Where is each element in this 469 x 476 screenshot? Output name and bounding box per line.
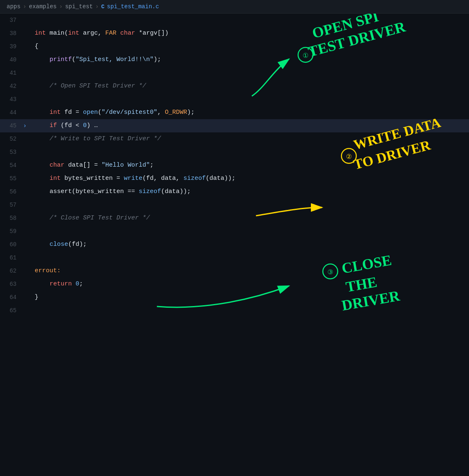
line-num-52: 52 xyxy=(0,132,23,146)
breadcrumb-filename: spi_test_main.c xyxy=(107,3,159,10)
line-num-38: 38 xyxy=(0,27,23,40)
code-line-63: 63 return 0; xyxy=(0,278,469,291)
code-line-57: 57 xyxy=(0,198,469,212)
line-num-45: 45 xyxy=(0,119,23,132)
line-num-62: 62 xyxy=(0,264,23,278)
code-line-60: 60 close(fd); xyxy=(0,238,469,251)
line-num-64: 64 xyxy=(0,291,23,304)
code-line-44: 44 int fd = open("/dev/spitest0", O_RDWR… xyxy=(0,106,469,119)
line-content-39: { xyxy=(31,40,469,53)
sep1: › xyxy=(23,3,26,10)
line-num-61: 61 xyxy=(0,251,23,264)
line-content-44: int fd = open("/dev/spitest0", O_RDWR); xyxy=(31,106,469,119)
line-num-55: 55 xyxy=(0,172,23,185)
code-line-65: 65 xyxy=(0,304,469,317)
code-line-62: 62 errout: xyxy=(0,264,469,278)
line-content-60: close(fd); xyxy=(31,238,469,251)
line-num-60: 60 xyxy=(0,238,23,251)
line-content-40: printf("Spi_test, World!!\n"); xyxy=(31,53,469,66)
code-line-41: 41 xyxy=(0,66,469,80)
code-line-40: 40 printf("Spi_test, World!!\n"); xyxy=(0,53,469,66)
line-content-53 xyxy=(31,146,469,159)
line-content-64: } xyxy=(31,291,469,304)
line-content-42: /* Open SPI Test Driver */ xyxy=(31,80,469,93)
line-num-58: 58 xyxy=(0,212,23,225)
line-content-56: assert(bytes_written == sizeof(data)); xyxy=(31,185,469,198)
line-content-63: return 0; xyxy=(31,278,469,291)
breadcrumb-bar: apps › examples › spi_test › C spi_test_… xyxy=(0,0,469,14)
line-content-62: errout: xyxy=(31,264,469,278)
code-line-38: 38 int main(int argc, FAR char *argv[]) xyxy=(0,27,469,40)
code-line-58: 58 /* Close SPI Test Driver */ xyxy=(0,212,469,225)
code-line-59: 59 xyxy=(0,225,469,238)
code-line-52: 52 /* Write to SPI Test Driver */ xyxy=(0,132,469,146)
sep2: › xyxy=(59,3,62,10)
line-num-44: 44 xyxy=(0,106,23,119)
code-area: 37 38 int main(int argc, FAR char *argv[… xyxy=(0,14,469,317)
code-line-54: 54 char data[] = "Hello World"; xyxy=(0,159,469,172)
breadcrumb-spi-test: spi_test xyxy=(65,3,93,10)
breadcrumb-examples: examples xyxy=(29,3,57,10)
code-line-61: 61 xyxy=(0,251,469,264)
line-content-45: if (fd < 0) … xyxy=(31,119,469,132)
line-content-38: int main(int argc, FAR char *argv[]) xyxy=(31,27,469,40)
line-content-65 xyxy=(31,304,469,317)
line-num-43: 43 xyxy=(0,93,23,106)
line-num-53: 53 xyxy=(0,146,23,159)
line-content-52: /* Write to SPI Test Driver */ xyxy=(31,132,469,146)
breadcrumb-apps: apps xyxy=(7,3,21,10)
line-content-37 xyxy=(31,14,469,27)
line-content-57 xyxy=(31,198,469,212)
line-num-41: 41 xyxy=(0,66,23,80)
code-line-56: 56 assert(bytes_written == sizeof(data))… xyxy=(0,185,469,198)
line-num-40: 40 xyxy=(0,53,23,66)
line-content-59 xyxy=(31,225,469,238)
line-num-63: 63 xyxy=(0,278,23,291)
line-num-54: 54 xyxy=(0,159,23,172)
line-num-59: 59 xyxy=(0,225,23,238)
code-line-55: 55 int bytes_written = write(fd, data, s… xyxy=(0,172,469,185)
line-num-56: 56 xyxy=(0,185,23,198)
line-num-65: 65 xyxy=(0,304,23,317)
code-line-39: 39 { xyxy=(0,40,469,53)
line-content-58: /* Close SPI Test Driver */ xyxy=(31,212,469,225)
line-num-42: 42 xyxy=(0,80,23,93)
line-content-54: char data[] = "Hello World"; xyxy=(31,159,469,172)
line-num-39: 39 xyxy=(0,40,23,53)
line-content-55: int bytes_written = write(fd, data, size… xyxy=(31,172,469,185)
code-line-64: 64 } xyxy=(0,291,469,304)
code-line-43: 43 xyxy=(0,93,469,106)
code-line-45: 45 › if (fd < 0) … xyxy=(0,119,469,132)
line-content-61 xyxy=(31,251,469,264)
code-line-42: 42 /* Open SPI Test Driver */ xyxy=(0,80,469,93)
line-num-37: 37 xyxy=(0,14,23,27)
sep3: › xyxy=(95,3,99,10)
line-num-57: 57 xyxy=(0,198,23,212)
code-line-37: 37 xyxy=(0,14,469,27)
line-content-43 xyxy=(31,93,469,106)
code-line-53: 53 xyxy=(0,146,469,159)
line-content-41 xyxy=(31,66,469,80)
c-icon: C xyxy=(101,4,104,10)
